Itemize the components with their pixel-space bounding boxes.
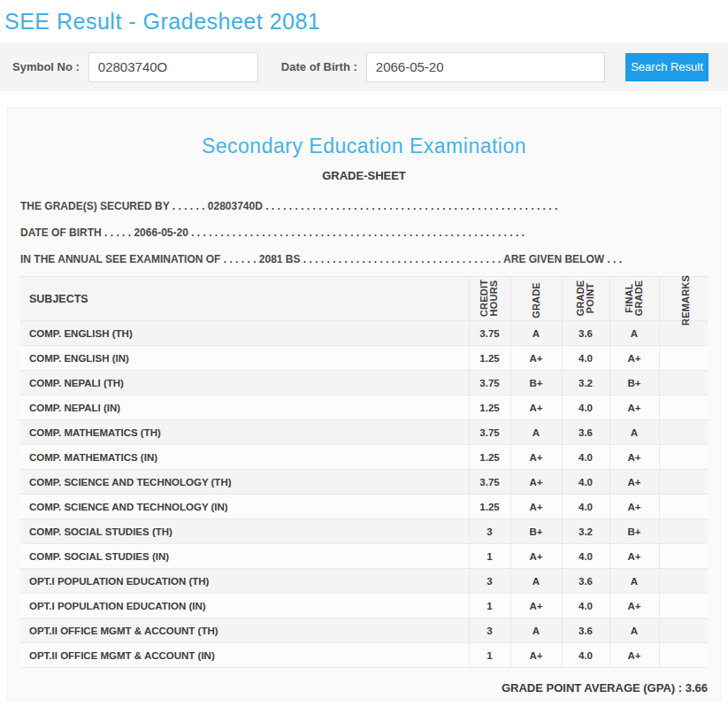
cell-point: 4.0 [562,495,609,519]
table-row: COMP. MATHEMATICS (TH)3.75A3.6A [20,420,708,445]
header-subjects: SUBJECTS [20,277,469,321]
cell-final: A [609,618,659,643]
cell-credit: 1 [469,544,510,569]
secured-by-line: THE GRADE(S) SECURED BY . . . . . . 0280… [20,193,708,219]
cell-final: A+ [609,495,659,519]
cell-subject: COMP. SOCIAL STUDIES (IN) [20,544,469,569]
date-of-birth-input[interactable] [366,52,605,82]
header-remarks: REMARKS [659,277,708,321]
gradesheet-info-lines: THE GRADE(S) SECURED BY . . . . . . 0280… [8,193,720,273]
cell-grade: B+ [510,371,562,395]
cell-grade: A [510,569,562,594]
table-row: COMP. ENGLISH (TH)3.75A3.6A [20,321,708,346]
grades-table-header: SUBJECTS CREDIT HOURS GRADE GRADE POINT … [20,277,708,321]
cell-remarks [659,445,708,470]
cell-point: 3.2 [562,371,609,395]
cell-credit: 1.25 [469,495,510,519]
symbol-no-input[interactable] [88,52,258,82]
cell-grade: A+ [510,395,562,420]
cell-credit: 3.75 [469,321,510,346]
symbol-no-label: Symbol No : [12,60,80,73]
table-row: COMP. SCIENCE AND TECHNOLOGY (TH)3.75A+4… [20,470,708,495]
cell-credit: 1 [469,594,510,618]
cell-point: 3.2 [562,519,609,544]
cell-subject: COMP. MATHEMATICS (TH) [20,420,469,445]
cell-point: 4.0 [562,395,609,420]
header-credit-hours: CREDIT HOURS [469,277,510,321]
exam-year-line: IN THE ANNUAL SEE EXAMINATION OF . . . .… [20,246,708,273]
cell-remarks [659,544,708,569]
cell-final: A+ [609,470,659,495]
cell-point: 3.6 [562,569,609,594]
grades-table: SUBJECTS CREDIT HOURS GRADE GRADE POINT … [20,276,708,668]
cell-remarks [659,569,708,594]
date-of-birth-label: Date of Birth : [281,60,357,73]
cell-final: A+ [609,594,659,618]
cell-subject: OPT.I POPULATION EDUCATION (IN) [20,594,469,618]
cell-grade: A [510,420,562,445]
cell-subject: OPT.II OFFICE MGMT & ACCOUNT (IN) [20,643,469,668]
cell-point: 3.6 [562,321,609,346]
cell-credit: 1.25 [469,395,510,420]
table-row: OPT.I POPULATION EDUCATION (TH)3A3.6A [20,569,708,594]
cell-subject: OPT.I POPULATION EDUCATION (TH) [20,569,469,594]
grades-table-body: COMP. ENGLISH (TH)3.75A3.6ACOMP. ENGLISH… [20,321,708,668]
gpa-summary: GRADE POINT AVERAGE (GPA) : 3.66 [8,668,720,695]
cell-final: A+ [609,346,659,371]
date-of-birth-line: DATE OF BIRTH . . . . . 2066-05-20 . . .… [20,219,708,246]
cell-final: A+ [609,544,659,569]
cell-remarks [659,395,708,420]
cell-point: 4.0 [562,544,609,569]
table-row: COMP. SOCIAL STUDIES (IN)1A+4.0A+ [20,544,708,569]
cell-subject: COMP. ENGLISH (IN) [20,346,469,371]
cell-remarks [659,594,708,618]
table-row: OPT.II OFFICE MGMT & ACCOUNT (IN)1A+4.0A… [20,643,708,668]
cell-grade: A+ [510,470,562,495]
table-row: OPT.I POPULATION EDUCATION (IN)1A+4.0A+ [20,594,708,618]
table-row: COMP. ENGLISH (IN)1.25A+4.0A+ [20,346,708,371]
cell-credit: 3 [469,569,510,594]
cell-point: 4.0 [562,346,609,371]
cell-grade: A+ [510,643,562,668]
cell-point: 4.0 [562,445,609,470]
exam-heading: Secondary Education Examination [8,134,720,158]
cell-grade: A+ [510,495,562,519]
cell-remarks [659,371,708,395]
cell-subject: COMP. SCIENCE AND TECHNOLOGY (IN) [20,495,469,519]
cell-remarks [659,495,708,519]
table-row: COMP. MATHEMATICS (IN)1.25A+4.0A+ [20,445,708,470]
cell-grade: A+ [510,445,562,470]
header-grade-point: GRADE POINT [562,277,609,321]
cell-remarks [659,618,708,643]
cell-remarks [659,420,708,445]
cell-subject: COMP. SCIENCE AND TECHNOLOGY (TH) [20,470,469,495]
cell-final: A+ [609,445,659,470]
cell-remarks [659,643,708,668]
cell-remarks [659,519,708,544]
cell-final: A+ [609,395,659,420]
table-row: COMP. SCIENCE AND TECHNOLOGY (IN)1.25A+4… [20,495,708,519]
cell-grade: B+ [510,519,562,544]
cell-point: 4.0 [562,643,609,668]
cell-subject: COMP. ENGLISH (TH) [20,321,469,346]
cell-credit: 3 [469,618,510,643]
search-result-button[interactable]: Search Result [625,53,709,81]
cell-credit: 3.75 [469,420,510,445]
table-row: COMP. NEPALI (IN)1.25A+4.0A+ [20,395,708,420]
cell-credit: 3.75 [469,371,510,395]
search-bar: Symbol No : Date of Birth : Search Resul… [0,42,728,91]
cell-grade: A [510,618,562,643]
cell-remarks [659,346,708,371]
cell-final: A [609,420,659,445]
table-row: OPT.II OFFICE MGMT & ACCOUNT (TH)3A3.6A [20,618,708,643]
table-row: COMP. NEPALI (TH)3.75B+3.2B+ [20,371,708,395]
cell-final: A [609,321,659,346]
cell-remarks [659,470,708,495]
cell-credit: 3.75 [469,470,510,495]
cell-final: A [609,569,659,594]
cell-final: A+ [609,643,659,668]
cell-credit: 3 [469,519,510,544]
cell-subject: COMP. NEPALI (IN) [20,395,469,420]
header-grade: GRADE [510,277,562,321]
cell-point: 4.0 [562,470,609,495]
